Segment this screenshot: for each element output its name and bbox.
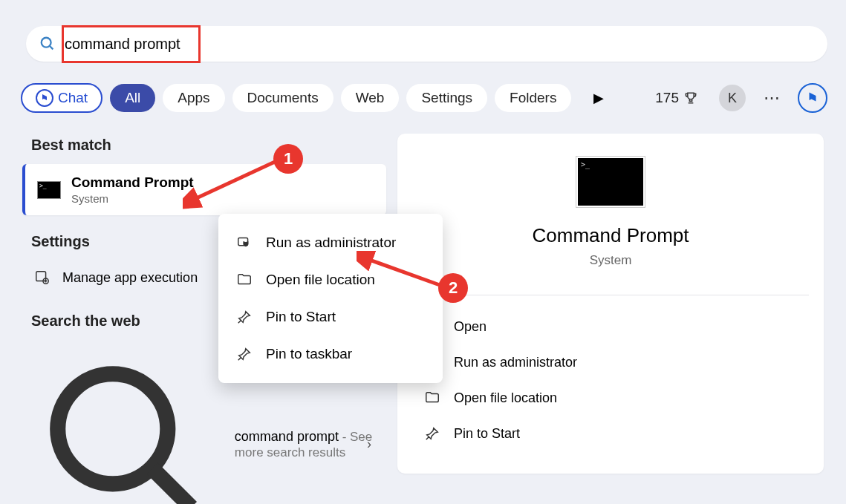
context-item-label: Open file location [266, 272, 375, 288]
svg-point-0 [42, 38, 51, 48]
context-pin-start[interactable]: Pin to Start [224, 298, 437, 336]
bing-chat-icon [36, 89, 53, 107]
shield-icon [236, 235, 253, 251]
command-prompt-icon [37, 181, 61, 199]
filter-web[interactable]: Web [341, 84, 400, 112]
bing-icon[interactable] [798, 83, 827, 113]
best-match-result[interactable]: Command Prompt System [22, 164, 386, 215]
annotation-callout-1: 1 [273, 144, 303, 174]
annotation-callout-2: 2 [438, 273, 468, 303]
rewards-points[interactable]: 175 [655, 90, 698, 106]
filter-all[interactable]: All [110, 84, 155, 112]
context-item-label: Pin to Start [266, 309, 336, 325]
app-preview-icon [576, 156, 645, 208]
action-label: Open file location [454, 390, 557, 406]
chat-filter-label: Chat [58, 90, 88, 106]
chat-filter[interactable]: Chat [21, 83, 103, 113]
section-best-match: Best match [31, 137, 386, 154]
filter-apps[interactable]: Apps [163, 84, 224, 112]
app-execution-icon [34, 269, 51, 286]
search-input[interactable] [65, 36, 814, 53]
points-count: 175 [655, 90, 679, 106]
action-pin-start[interactable]: Pin to Start [420, 416, 801, 451]
filter-row: Chat All Apps Documents Web Settings Fol… [21, 80, 827, 116]
svg-line-5 [152, 468, 192, 504]
details-title: Command Prompt [420, 224, 801, 247]
best-match-subtitle: System [71, 192, 194, 205]
context-menu: Run as administrator Open file location … [218, 214, 443, 383]
context-run-admin[interactable]: Run as administrator [224, 224, 437, 261]
best-match-title: Command Prompt [71, 174, 194, 191]
user-avatar[interactable]: K [719, 85, 746, 111]
search-icon [39, 36, 56, 52]
action-open[interactable]: Open [420, 309, 801, 344]
chevron-right-icon: › [367, 436, 371, 452]
action-run-admin[interactable]: Run as administrator [420, 344, 801, 380]
filter-folders[interactable]: Folders [495, 84, 571, 112]
action-open-location[interactable]: Open file location [420, 380, 801, 416]
filter-settings[interactable]: Settings [406, 84, 487, 112]
details-panel: Command Prompt System Open Run as admini… [397, 134, 824, 474]
more-menu-icon[interactable]: ⋯ [764, 88, 780, 108]
context-pin-taskbar[interactable]: Pin to taskbar [224, 336, 437, 373]
action-label: Run as administrator [454, 355, 577, 370]
search-icon [34, 350, 223, 504]
details-subtitle: System [420, 253, 801, 268]
context-item-label: Pin to taskbar [266, 346, 352, 362]
svg-rect-2 [36, 272, 46, 281]
folder-icon [236, 272, 253, 288]
pin-icon [236, 309, 253, 325]
more-filters-icon[interactable]: ▶ [593, 90, 604, 106]
search-bar[interactable] [26, 26, 827, 62]
pin-icon [236, 346, 253, 362]
divider [412, 295, 809, 295]
filter-documents[interactable]: Documents [232, 84, 333, 112]
action-label: Open [454, 319, 487, 335]
svg-line-1 [50, 46, 53, 50]
pin-icon [424, 425, 440, 442]
action-label: Pin to Start [454, 426, 520, 442]
context-open-location[interactable]: Open file location [224, 261, 437, 298]
folder-icon [424, 390, 440, 406]
settings-result-label: Manage app execution [62, 270, 198, 286]
trophy-icon [683, 91, 698, 105]
context-item-label: Run as administrator [266, 235, 396, 251]
svg-point-4 [58, 374, 168, 484]
web-result-text: command prompt - See more search results [235, 429, 374, 460]
